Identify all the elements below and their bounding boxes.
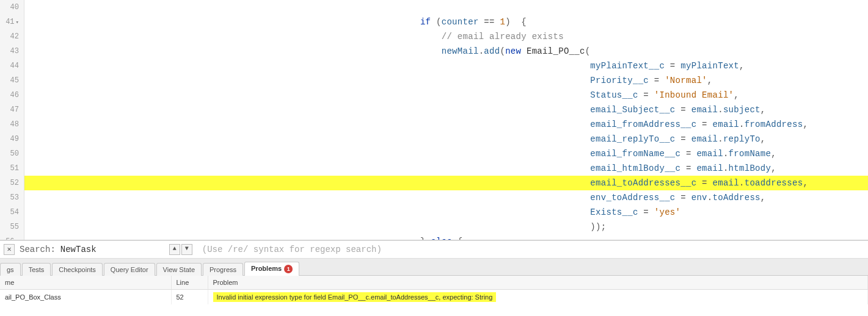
code-line[interactable]: email_toAddresses__c = email.toaddresses…	[24, 176, 868, 190]
code-line[interactable]: Exists__c = 'yes'	[24, 205, 868, 220]
line-number: 50	[0, 146, 19, 161]
tab-tests[interactable]: Tests	[22, 263, 51, 276]
col-header-line[interactable]: Line	[171, 276, 208, 289]
code-line[interactable]: // email already exists	[24, 29, 868, 44]
line-number: 40	[0, 0, 19, 15]
tab-checkpoints[interactable]: Checkpoints	[52, 263, 103, 276]
line-number: 49	[0, 132, 19, 146]
search-nav: ▲ ▼	[169, 244, 192, 255]
tab-query-editor[interactable]: Query Editor	[104, 263, 155, 276]
line-number: 46	[0, 88, 19, 102]
problem-row[interactable]: ail_PO_Box_Class52Invalid initial expres…	[0, 289, 868, 304]
col-header-name[interactable]: me	[0, 276, 171, 289]
search-label: Search:	[20, 245, 56, 254]
code-editor: 4041424344454647484950515253545556 if (c…	[0, 0, 868, 240]
search-next-button[interactable]: ▼	[181, 244, 192, 255]
search-input[interactable]	[60, 245, 164, 254]
line-number: 54	[0, 205, 19, 220]
line-gutter: 4041424344454647484950515253545556	[0, 0, 24, 240]
code-line[interactable]	[24, 0, 868, 15]
code-line[interactable]: ));	[24, 220, 868, 234]
search-prev-button[interactable]: ▲	[169, 244, 180, 255]
line-number: 43	[0, 44, 19, 59]
problem-message-cell: Invalid initial expression type for fiel…	[208, 289, 868, 304]
problem-name: ail_PO_Box_Class	[0, 289, 171, 304]
code-line[interactable]: email_Subject__c = email.subject,	[24, 102, 868, 117]
code-line[interactable]: myPlainText__c = myPlainText,	[24, 59, 868, 73]
problem-message: Invalid initial expression type for fiel…	[213, 292, 497, 302]
tab-problems[interactable]: Problems1	[244, 262, 299, 276]
line-number: 48	[0, 117, 19, 132]
line-number: 42	[0, 29, 19, 44]
code-line[interactable]: email_fromName__c = email.fromName,	[24, 146, 868, 161]
problems-count-badge: 1	[284, 265, 293, 273]
code-line[interactable]: newMail.add(new Email_PO__c(	[24, 44, 868, 59]
line-number: 51	[0, 161, 19, 176]
tab-progress[interactable]: Progress	[203, 263, 243, 276]
code-line[interactable]: } else {	[24, 234, 868, 240]
code-line[interactable]: email_fromAddress__c = email.fromAddress…	[24, 117, 868, 132]
code-line[interactable]: if (counter == 1) {	[24, 15, 868, 29]
code-line[interactable]: Priority__c = 'Normal',	[24, 73, 868, 88]
code-line[interactable]: Status__c = 'Inbound Email',	[24, 88, 868, 102]
problems-table: me Line Problem ail_PO_Box_Class52Invali…	[0, 276, 868, 304]
close-search-button[interactable]: ✕	[4, 244, 15, 255]
tab-gs[interactable]: gs	[0, 263, 21, 276]
code-line[interactable]: email_replyTo__c = email.replyTo,	[24, 132, 868, 146]
panel-tabbar: gsTestsCheckpointsQuery EditorView State…	[0, 259, 868, 276]
line-number: 41	[0, 15, 19, 29]
tab-view-state[interactable]: View State	[156, 263, 202, 276]
search-hint: (Use /re/ syntax for regexp search)	[202, 245, 382, 254]
line-number: 55	[0, 220, 19, 234]
code-line[interactable]: email_htmlBody__c = email.htmlBody,	[24, 161, 868, 176]
problems-header-row: me Line Problem	[0, 276, 868, 289]
line-number: 47	[0, 102, 19, 117]
col-header-problem[interactable]: Problem	[208, 276, 868, 289]
code-line[interactable]: env_toAddress__c = env.toAddress,	[24, 190, 868, 205]
line-number: 53	[0, 190, 19, 205]
line-number: 56	[0, 234, 19, 240]
code-area[interactable]: if (counter == 1) { // email already exi…	[24, 0, 868, 240]
line-number: 45	[0, 73, 19, 88]
problem-line: 52	[171, 289, 208, 304]
search-bar: ✕ Search: ▲ ▼ (Use /re/ syntax for regex…	[0, 240, 868, 259]
line-number: 44	[0, 59, 19, 73]
line-number: 52	[0, 176, 19, 190]
